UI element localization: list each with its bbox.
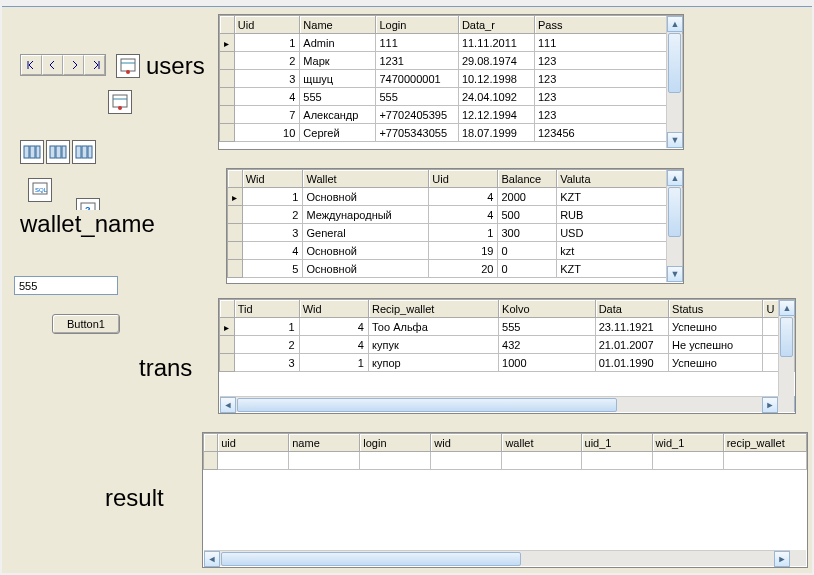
column-header[interactable]: Balance	[498, 170, 557, 188]
cell[interactable]: 4	[299, 336, 368, 354]
cell[interactable]: 11.11.2011	[458, 34, 534, 52]
cell[interactable]: Не успешно	[669, 336, 763, 354]
cell[interactable]: 111	[376, 34, 458, 52]
users-grid[interactable]: UidNameLoginData_rPass ▸1Admin11111.11.2…	[218, 14, 684, 150]
cell[interactable]: 123	[534, 52, 682, 70]
cell[interactable]: 19	[429, 242, 498, 260]
table-row[interactable]: 3General1300USD	[228, 224, 683, 242]
table-row[interactable]: ▸14Тоо Альфа55523.11.1921Успешно	[220, 318, 795, 336]
cell[interactable]: 7	[234, 106, 300, 124]
column-header[interactable]: Recip_wallet	[368, 300, 498, 318]
table-component-icon-2[interactable]	[108, 90, 132, 114]
cell[interactable]: 123456	[534, 124, 682, 142]
column-header[interactable]: uid_1	[581, 434, 652, 452]
cell[interactable]: щшуц	[300, 70, 376, 88]
cell[interactable]: 1000	[499, 354, 596, 372]
cell[interactable]: Международный	[303, 206, 429, 224]
cell[interactable]: Основной	[303, 242, 429, 260]
cell[interactable]: +7702405395	[376, 106, 458, 124]
cell[interactable]: General	[303, 224, 429, 242]
column-header[interactable]: Data_r	[458, 16, 534, 34]
column-header[interactable]: Status	[669, 300, 763, 318]
cell[interactable]: 500	[498, 206, 557, 224]
cell[interactable]: 4	[242, 242, 303, 260]
cell[interactable]: 1	[234, 318, 299, 336]
column-header[interactable]: recip_wallet	[723, 434, 806, 452]
cell[interactable]: 3	[234, 354, 299, 372]
table-row[interactable]: 31купор100001.01.1990Успешно	[220, 354, 795, 372]
dbnavigator-component-icon[interactable]	[20, 54, 106, 76]
scrollbar-vertical[interactable]: ▲▼	[666, 170, 682, 282]
column-header[interactable]: Uid	[234, 16, 300, 34]
table-row[interactable]: 10Сергей+770534305518.07.1999123456	[220, 124, 683, 142]
cell[interactable]: Основной	[303, 260, 429, 278]
result-grid[interactable]: uidnameloginwidwalletuid_1wid_1recip_wal…	[202, 432, 808, 568]
cell[interactable]: 2	[234, 336, 299, 354]
cell[interactable]: kzt	[557, 242, 683, 260]
column-header[interactable]: Wallet	[303, 170, 429, 188]
column-header[interactable]: Login	[376, 16, 458, 34]
column-header[interactable]: login	[360, 434, 431, 452]
table-row[interactable]: 455555524.04.1092123	[220, 88, 683, 106]
cell[interactable]: 3	[234, 70, 300, 88]
table-component-icon[interactable]	[116, 54, 140, 78]
column-header[interactable]: Tid	[234, 300, 299, 318]
cell[interactable]: Сергей	[300, 124, 376, 142]
cell[interactable]: 4	[234, 88, 300, 106]
column-header[interactable]: wid_1	[652, 434, 723, 452]
cell[interactable]: 7470000001	[376, 70, 458, 88]
cell[interactable]: 12.12.1994	[458, 106, 534, 124]
cell[interactable]: Основной	[303, 188, 429, 206]
cell[interactable]: 4	[429, 206, 498, 224]
cell[interactable]: 10.12.1998	[458, 70, 534, 88]
cell[interactable]: 123	[534, 88, 682, 106]
cell[interactable]: 1	[429, 224, 498, 242]
cell[interactable]: 2	[242, 206, 303, 224]
cell[interactable]: 21.01.2007	[595, 336, 668, 354]
column-header[interactable]: Kolvo	[499, 300, 596, 318]
cell[interactable]: 555	[376, 88, 458, 106]
cell[interactable]: 1	[242, 188, 303, 206]
cell[interactable]: 4	[429, 188, 498, 206]
cell[interactable]: 23.11.1921	[595, 318, 668, 336]
table-row[interactable]: 4Основной190kzt	[228, 242, 683, 260]
column-header[interactable]: Wid	[242, 170, 303, 188]
cell[interactable]: Успешно	[669, 354, 763, 372]
scrollbar-vertical[interactable]: ▲▼	[666, 16, 682, 148]
cell[interactable]: 0	[498, 242, 557, 260]
cell[interactable]: Успешно	[669, 318, 763, 336]
column-header[interactable]: Valuta	[557, 170, 683, 188]
column-header[interactable]: Wid	[299, 300, 368, 318]
table-row[interactable]: ▸1Основной42000KZT	[228, 188, 683, 206]
cell[interactable]: 123	[534, 106, 682, 124]
cell[interactable]: Admin	[300, 34, 376, 52]
table-row[interactable]: 2Международный4500RUB	[228, 206, 683, 224]
column-header[interactable]: uid	[218, 434, 289, 452]
cell[interactable]: 1	[234, 34, 300, 52]
table-row[interactable]: 7Александр+770240539512.12.1994123	[220, 106, 683, 124]
cell[interactable]: 2	[234, 52, 300, 70]
cell[interactable]: +7705343055	[376, 124, 458, 142]
datasource-component-icon-2[interactable]	[46, 140, 70, 164]
cell[interactable]: Александр	[300, 106, 376, 124]
datasource-component-icon-1[interactable]	[20, 140, 44, 164]
cell[interactable]: 18.07.1999	[458, 124, 534, 142]
cell[interactable]: RUB	[557, 206, 683, 224]
column-header[interactable]: wallet	[502, 434, 581, 452]
column-header[interactable]: name	[289, 434, 360, 452]
table-row[interactable]: 24купук43221.01.2007Не успешно	[220, 336, 795, 354]
column-header[interactable]: Data	[595, 300, 668, 318]
cell[interactable]: 29.08.1974	[458, 52, 534, 70]
cell[interactable]: 123	[534, 70, 682, 88]
table-row[interactable]: 2Марк123129.08.1974123	[220, 52, 683, 70]
cell[interactable]: 10	[234, 124, 300, 142]
cell[interactable]: KZT	[557, 260, 683, 278]
scrollbar-horizontal[interactable]: ◄►	[204, 550, 790, 566]
scrollbar-horizontal[interactable]: ◄►	[220, 396, 778, 412]
cell[interactable]: 0	[498, 260, 557, 278]
cell[interactable]: USD	[557, 224, 683, 242]
cell[interactable]: Тоо Альфа	[368, 318, 498, 336]
cell[interactable]: KZT	[557, 188, 683, 206]
cell[interactable]: 555	[300, 88, 376, 106]
column-header[interactable]: Name	[300, 16, 376, 34]
